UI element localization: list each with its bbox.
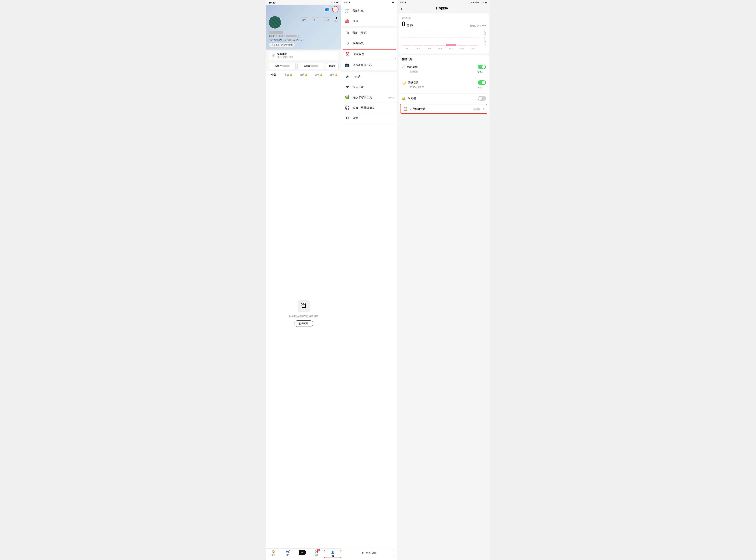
nav-add[interactable]: +	[295, 550, 310, 558]
wallet-icon: 👛	[345, 19, 350, 23]
settings-icon: ⚙	[345, 116, 350, 120]
stats-row: 获赞 关注 粉丝 1 粉丝	[301, 16, 339, 23]
tool-rest-reminder: ⏱ 休息提醒 智能提醒 修改 ›	[399, 62, 489, 78]
bio[interactable]: 点击添加介绍，让大家认识你... ✏	[269, 39, 339, 42]
open-album-btn[interactable]: 打开相册	[294, 320, 313, 327]
back-btn[interactable]: ‹	[401, 7, 402, 11]
tab-private[interactable]: 私密 🔒	[281, 72, 296, 78]
panel-menu: 15:23 96 🛒 我的订单 👛 钱包 ⊞ 我的二维码 ⏱	[341, 0, 397, 560]
shop-info: 抖音商城 美好生活触手可得	[277, 53, 293, 58]
qr-icon[interactable]: ⊞	[297, 35, 300, 37]
shop-banner[interactable]: 🛒 抖音商城 美好生活触手可得	[269, 51, 339, 60]
nav-me[interactable]: 👤 我	[324, 550, 341, 558]
home-icon: 🏠	[272, 550, 275, 553]
menu-wallet[interactable]: 👛 钱包	[341, 16, 397, 26]
creator-icon: 📺	[345, 63, 350, 67]
time-panel-time: 15:23	[400, 1, 406, 4]
sleep-toggle[interactable]	[478, 80, 486, 85]
sleep-modify-btn[interactable]: 修改 ›	[478, 86, 483, 89]
profile-info: 获赞 关注 粉丝 1 粉丝	[266, 14, 341, 49]
menu-service[interactable]: 🎧 客服（热线95152）	[341, 103, 397, 113]
douyin-id: 私密帐号 · 抖音号 ⊞	[269, 35, 339, 37]
timelock-icon: 🔒	[401, 96, 406, 100]
menu-button[interactable]: ☰	[332, 6, 339, 13]
menu-creator[interactable]: 📺 创作者服务中心	[341, 60, 397, 71]
tool-time-lock: 🔒 时间锁	[399, 94, 489, 103]
bar-sat	[457, 45, 467, 46]
bar-fri	[446, 44, 456, 46]
friends-button[interactable]: 👥	[324, 6, 330, 13]
menu-list: 🛒 我的订单 👛 钱包 ⊞ 我的二维码 ⏱ 观看历史 ⏰ 时	[341, 4, 397, 546]
tab-like2[interactable]: 喜欢 🔒	[326, 72, 341, 78]
menu-order[interactable]: 🛒 我的订单	[341, 6, 397, 16]
message-badge: 84	[317, 549, 320, 551]
charity-icon: ❤	[345, 85, 350, 89]
rest-toggle[interactable]	[478, 64, 486, 69]
menu-qr[interactable]: ⊞ 我的二维码	[341, 28, 397, 38]
add-icon[interactable]: +	[299, 550, 306, 555]
edit-profile-btn[interactable]: 编辑资	[269, 63, 296, 69]
friend-count-btn[interactable]: 朋友 2	[326, 63, 339, 69]
friend-dot	[289, 550, 290, 551]
stat-fans-blur: 粉丝	[323, 16, 330, 23]
more-btn[interactable]: ⊞ 更多功能	[345, 548, 394, 557]
more-icon: ⊞	[362, 552, 364, 555]
rest-icon: ⏱	[401, 65, 405, 69]
nav-friends[interactable]: 👥 朋友	[280, 550, 295, 558]
tab-collect[interactable]: 收藏 🔒	[296, 72, 311, 78]
time-kb-icon: 14.1 KB/s	[470, 1, 479, 3]
youth-icon: 🌿	[345, 95, 350, 100]
chart-x-labels: 周二 周三 周四 周五 周六 周日 今天	[401, 46, 486, 50]
username-bar	[269, 31, 339, 34]
panel-profile: 15:23 ▲ ≈ 96 👥 ☰	[266, 0, 341, 560]
new-friend-btn[interactable]: 新朋友	[297, 63, 324, 69]
chart-label-1h: 1小时	[484, 37, 486, 43]
qr-menu-icon: ⊞	[345, 31, 350, 35]
signal-icon: ▲	[331, 1, 333, 4]
nav-messages[interactable]: 💬 84 消息	[310, 550, 324, 558]
bar-today	[468, 45, 478, 46]
panel-time-management: 15:23 14.1 KB/s ▲ ≈ 96 ‹ 时间管理 日均时长 0 分钟	[397, 0, 490, 560]
time-status-bar: 15:23 14.1 KB/s ▲ ≈ 96	[397, 0, 490, 4]
status-icons: ▲ ≈ 96	[331, 1, 339, 4]
time-content: 日均时长 0 分钟 相比前7天 ↓ 95% 2	[397, 12, 490, 560]
tag-add[interactable]: +添加年龄、所在地等标签	[269, 43, 295, 47]
wifi-icon: ≈	[334, 1, 335, 4]
tabs-row: 作品 私密 🔒 收藏 🔒 喜欢 🔒 喜欢 🔒	[266, 72, 341, 78]
menu-battery: 96	[392, 1, 394, 4]
rest-modify-btn[interactable]: 修改 ›	[478, 70, 483, 73]
compare-text: 相比前7天 ↓ 95%	[470, 24, 486, 27]
timelock-toggle[interactable]	[478, 96, 486, 101]
action-btns: 编辑资 新朋友 朋友 2	[269, 63, 339, 69]
tab-works[interactable]: 作品	[266, 72, 281, 78]
tool-sleep-reminder: 🌙 睡觉提醒 23:45-次日9:00 修改 ›	[399, 78, 489, 94]
chart-label-2h: 2小时	[484, 30, 486, 35]
battery-icon: 96	[336, 1, 338, 4]
menu-time-management[interactable]: ⏰ 时间管理	[343, 49, 396, 59]
menu-youth[interactable]: 🌿 青少年守护工具 已开启	[341, 93, 397, 103]
rest-sub-label: 智能提醒	[410, 70, 418, 73]
stat-following: 关注	[312, 16, 319, 23]
preference-icon: 📋	[403, 107, 408, 111]
tab-like[interactable]: 喜欢 🔒	[311, 72, 326, 78]
menu-history[interactable]: ⏱ 观看历史	[341, 38, 397, 48]
me-icon: 👤	[331, 551, 334, 554]
service-icon: 🎧	[345, 105, 350, 110]
friends-icon: 👥	[286, 550, 290, 553]
chart-bars	[401, 30, 486, 46]
preference-arrow: ›	[483, 107, 484, 111]
bar-wed	[424, 45, 434, 46]
menu-status-bar: 15:23 96	[341, 0, 397, 4]
menu-settings[interactable]: ⚙ 设置	[341, 113, 397, 123]
menu-miniprogram[interactable]: ✳ 小程序	[341, 72, 397, 82]
bar-mon	[402, 45, 412, 46]
tool-content-preference[interactable]: 📋 内容偏好设置 未设置 ›	[400, 104, 487, 114]
history-icon: ⏱	[345, 41, 350, 45]
time-wifi-icon: ≈	[483, 1, 484, 3]
menu-divider-1	[341, 26, 397, 28]
menu-charity[interactable]: ❤ 抖音公益	[341, 82, 397, 93]
nav-home[interactable]: 🏠 首页	[266, 550, 281, 558]
profile-banner: 👥 ☰ 获赞	[266, 5, 341, 49]
time-mgmt-icon: ⏰	[345, 52, 350, 57]
id-value	[286, 35, 297, 37]
